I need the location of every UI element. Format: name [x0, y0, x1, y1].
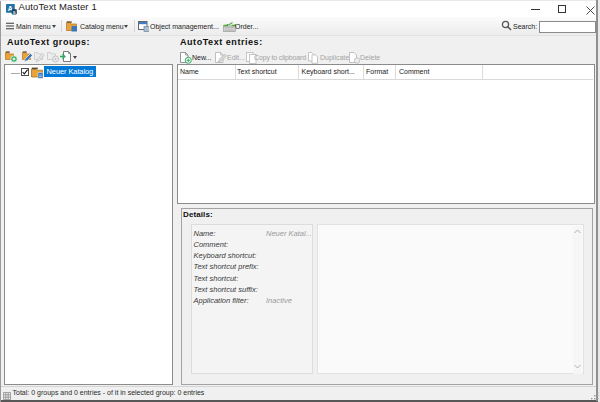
svg-text:a: a: [13, 9, 16, 15]
